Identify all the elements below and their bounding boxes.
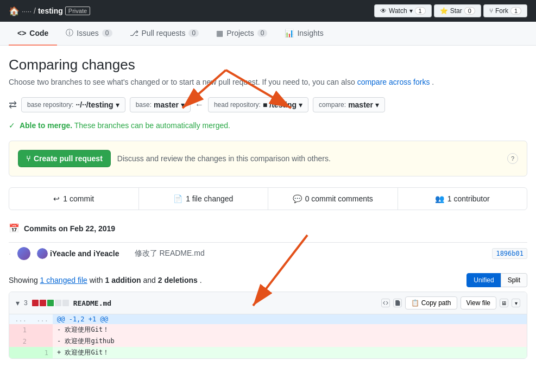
base-value: master xyxy=(154,100,179,109)
diff-summary: Showing 1 changed file with 1 addition a… xyxy=(9,276,202,284)
stat-comments: 💬 0 commit comments xyxy=(268,188,398,210)
diff-view-buttons: Unified Split xyxy=(466,273,527,287)
pr-section: ⑂ Create pull request Discuss and review… xyxy=(9,141,527,176)
base-repo-label: base repository: xyxy=(27,101,73,109)
pr-description: Discuss and review the changes in this c… xyxy=(117,154,331,163)
pull-requests-icon: ⎇ xyxy=(130,29,138,37)
diff-header-bar: Showing 1 changed file with 1 addition a… xyxy=(9,273,527,287)
files-icon: 📄 xyxy=(173,194,182,203)
file-stats xyxy=(32,300,69,306)
star-button[interactable]: ⭐ Star 0 xyxy=(434,4,481,17)
file-diff-header-left: ▾ 3 README.md xyxy=(16,299,111,307)
file-view-icon[interactable] xyxy=(393,299,402,307)
merge-description: These branches can be automatically merg… xyxy=(74,121,230,130)
commits-icon: ↩ xyxy=(53,194,60,203)
file-diff: ▾ 3 README.md 📋 xyxy=(9,292,527,359)
diff-del-row-2: 2 - 欢迎使用github xyxy=(9,336,527,347)
diff-changed-files-link[interactable]: 1 changed file xyxy=(40,276,87,284)
head-repo-label: head repository: xyxy=(214,101,261,109)
diff-del-content-1: - 欢迎使用Git！ xyxy=(53,324,527,336)
commit-row: · iYeacle and iYeacle 修改了 README.md 1896… xyxy=(9,242,527,264)
repo-name-link[interactable]: testing xyxy=(38,7,63,15)
stat-block-gray-2 xyxy=(62,300,69,306)
commit-sha[interactable]: 1896b01 xyxy=(492,248,527,259)
diff-new-num-add: 1 xyxy=(31,347,53,358)
stat-block-gray-1 xyxy=(55,300,61,306)
diff-line-num-old: ... xyxy=(9,314,31,324)
tab-code[interactable]: <> Code xyxy=(9,22,57,46)
file-diff-actions: 📋 Copy path View file 🖥 ▾ xyxy=(381,296,520,309)
commits-date: Commits on Feb 22, 2019 xyxy=(24,224,115,233)
file-diff-header: ▾ 3 README.md 📋 xyxy=(9,292,527,314)
base-repo-value: ··/··/testing xyxy=(75,100,113,109)
diff-new-num-2 xyxy=(31,336,53,347)
tab-issues[interactable]: ⓘ Issues 0 xyxy=(57,22,121,46)
contributors-text: 1 contributor xyxy=(447,194,490,203)
commit-avatar-2 xyxy=(37,248,48,259)
pull-requests-badge: 0 xyxy=(188,29,199,37)
commit-author-block: iYeacle and iYeacle xyxy=(37,248,119,259)
base-branch-dropdown[interactable]: base: master ▾ xyxy=(130,97,191,112)
base-repo-dropdown[interactable]: base repository: ··/··/testing ▾ xyxy=(21,97,125,112)
unified-view-button[interactable]: Unified xyxy=(466,273,501,287)
fork-button[interactable]: ⑂ Fork 1 xyxy=(483,4,527,17)
create-pr-button[interactable]: ⑂ Create pull request xyxy=(18,150,111,167)
stat-block-red-2 xyxy=(40,300,46,306)
collapse-icon[interactable]: ▾ xyxy=(512,299,520,307)
stat-commits: ↩ 1 commit xyxy=(9,188,139,210)
private-badge: Private xyxy=(65,7,90,15)
file-diff-expand-icon: ▾ xyxy=(16,299,20,307)
top-bar: 🏠 ····· / testing Private 👁 Watch ▾ 1 ⭐ … xyxy=(0,0,536,22)
stat-files: 📄 1 file changed xyxy=(139,188,269,210)
display-mode-icon[interactable]: 🖥 xyxy=(500,299,508,307)
copy-path-button[interactable]: 📋 Copy path xyxy=(405,296,457,309)
split-view-button[interactable]: Split xyxy=(501,273,527,287)
watch-button[interactable]: 👁 Watch ▾ 1 xyxy=(374,4,432,17)
diff-del-row-1: 1 - 欢迎使用Git！ xyxy=(9,324,527,336)
file-stat-number: 3 xyxy=(24,299,28,307)
projects-badge: 0 xyxy=(257,29,268,37)
issues-icon: ⓘ xyxy=(66,28,73,38)
arrow-icon: ← xyxy=(195,100,204,110)
merge-status: ✓ Able to merge. These branches can be a… xyxy=(9,121,527,130)
comments-icon: 💬 xyxy=(293,194,302,203)
watch-count: 1 xyxy=(415,7,426,15)
commits-section: 📅 Commits on Feb 22, 2019 · iYeacle and … xyxy=(9,219,527,264)
tab-insights[interactable]: 📊 Insights xyxy=(276,22,332,46)
user-link[interactable]: ····· xyxy=(22,7,31,15)
stat-block-red-1 xyxy=(32,300,39,306)
repo-path: 🏠 ····· / testing Private xyxy=(9,6,90,16)
tab-pull-requests[interactable]: ⎇ Pull requests 0 xyxy=(121,22,208,46)
compare-controls: ⇄ base repository: ··/··/testing ▾ base:… xyxy=(9,97,527,112)
commit-expand-icon: · xyxy=(9,249,11,258)
compare-value: master xyxy=(348,100,373,109)
help-icon[interactable]: ? xyxy=(507,153,518,164)
diff-add-content-1: + 欢迎使用Git！ xyxy=(53,347,527,358)
compare-across-forks-link[interactable]: compare across forks xyxy=(357,78,430,86)
watch-dropdown-icon: ▾ xyxy=(409,7,413,15)
head-repo-dropdown[interactable]: head repository: ■ /testing ▾ xyxy=(208,97,308,112)
tab-projects[interactable]: ▦ Projects 0 xyxy=(207,22,276,46)
page-subtitle: Choose two branches to see what's change… xyxy=(9,78,527,86)
diff-deletions: 2 deletions xyxy=(158,276,198,284)
stat-block-green xyxy=(47,300,54,306)
eye-icon: 👁 xyxy=(380,7,387,15)
star-count: 0 xyxy=(464,7,475,15)
compare-branch-dropdown[interactable]: compare: master ▾ xyxy=(313,97,385,112)
code-view-icon[interactable] xyxy=(381,299,390,307)
nav-tabs: <> Code ⓘ Issues 0 ⎇ Pull requests 0 ▦ P… xyxy=(0,22,536,46)
copy-path-icon: 📋 xyxy=(411,299,419,307)
commit-author: iYeacle and iYeacle xyxy=(50,249,119,258)
diff-line-num-new: ... xyxy=(31,314,53,324)
stat-contributors: 👥 1 contributor xyxy=(398,188,527,210)
diff-old-num-2: 2 xyxy=(9,336,31,347)
pr-section-left: ⑂ Create pull request Discuss and review… xyxy=(18,150,331,167)
base-label: base: xyxy=(136,101,152,109)
commits-text: 1 commit xyxy=(63,194,94,203)
view-file-button[interactable]: View file xyxy=(461,296,496,309)
diff-additions: 1 addition xyxy=(105,276,141,284)
head-repo-chevron: ▾ xyxy=(299,100,302,109)
path-separator: / xyxy=(34,7,36,15)
star-icon: ⭐ xyxy=(440,7,448,15)
header-actions: 👁 Watch ▾ 1 ⭐ Star 0 ⑂ Fork 1 xyxy=(374,4,527,17)
